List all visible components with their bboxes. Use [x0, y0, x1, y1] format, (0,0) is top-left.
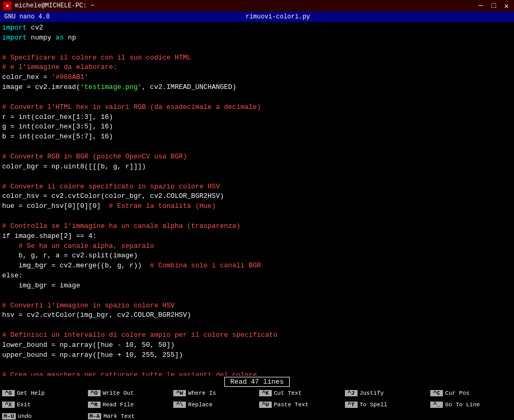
shortcut-key: ^_ [430, 402, 443, 408]
shortcut-item[interactable]: ^CCur Pos [428, 387, 514, 399]
code-line: # Converti l'immagine in spazio colore H… [2, 301, 512, 311]
status-message: Read 47 lines [224, 377, 289, 387]
code-line: hsv = cv2.cvtColor(img_bgr, cv2.COLOR_BG… [2, 311, 512, 321]
code-line: img_bgr = image [2, 281, 512, 291]
shortcut-item[interactable]: ^_Go To Line [428, 399, 514, 411]
shortcut-key: M-A [88, 413, 102, 419]
code-line: # Definisci un intervallo di colore ampi… [2, 331, 512, 341]
code-line: img_bgr = cv2.merge((b, g, r)) # Combina… [2, 261, 512, 271]
code-line: color_hex = '#068AB1' [2, 73, 512, 83]
shortcut-item[interactable]: ^OWrite Out [86, 387, 172, 399]
shortcut-item[interactable]: ^RRead File [86, 399, 172, 411]
code-line: image = cv2.imread('testimage.png', cv2.… [2, 83, 512, 93]
code-line: color_bgr = np.uint8([[[b, g, r]]]) [2, 162, 512, 172]
code-line [2, 43, 512, 53]
code-line: b, g, r, a = cv2.split(image) [2, 251, 512, 261]
code-line [2, 93, 512, 103]
code-line: color_hsv = cv2.cvtColor(color_bgr, cv2.… [2, 192, 512, 202]
shortcut-item[interactable]: ^XExit [0, 399, 86, 411]
shortcut-label: Get Help [17, 390, 45, 396]
shortcut-label: Where Is [188, 390, 216, 396]
code-line: g = int(color_hex[3:5], 16) [2, 122, 512, 132]
editor-area[interactable]: import cv2import numpy as np# Specificar… [0, 22, 514, 376]
code-line: else: [2, 271, 512, 281]
shortcut-item[interactable]: ^TTo Spell [343, 399, 429, 411]
shortcut-key: ^T [345, 402, 358, 408]
code-line: import numpy as np [2, 33, 512, 43]
code-line: # e l'immagine da elaborare: [2, 63, 512, 73]
code-line: upper_bound = np.array([hue + 10, 255, 2… [2, 351, 512, 361]
code-line [2, 172, 512, 182]
code-line: lower_bound = np.array([hue - 10, 50, 50… [2, 341, 512, 351]
shortcut-column-4: ^JJustify^TTo Spell [343, 387, 429, 411]
shortcut-item[interactable]: ^KCut Text [257, 387, 343, 399]
shortcut-key: ^G [2, 390, 15, 396]
code-line: # Converte il colore specificato in spaz… [2, 182, 512, 192]
code-line: # Crea una maschera per catturare tutte … [2, 371, 512, 376]
shortcut-label: Undo [18, 413, 32, 419]
shortcut-key: ^J [345, 390, 358, 396]
shortcut-label: Justify [360, 390, 384, 396]
shortcut-label: Exit [17, 402, 31, 408]
shortcut-item[interactable]: ^JJustify [343, 387, 429, 399]
shortcut-label: Replace [188, 402, 212, 408]
nano-bar: GNU nano 4.8 rimuovi-colori.py [0, 12, 514, 22]
code-line [2, 212, 512, 222]
nano-version: GNU nano 4.8 [4, 13, 50, 21]
shortcut-item[interactable]: ^GGet Help [0, 387, 86, 399]
shortcut-label: To Spell [360, 402, 388, 408]
code-line: r = int(color_hex[1:3], 16) [2, 113, 512, 123]
shortcut-key: ^K [259, 390, 272, 396]
shortcut-column-1: ^OWrite Out^RRead File [86, 387, 172, 411]
shortcut-column-5: ^CCur Pos^_Go To Line [428, 387, 514, 411]
titlebar-title: michele@MICHELE-PC: ~ [15, 2, 94, 9]
minimize-button[interactable]: ─ [477, 2, 485, 11]
shortcut-key: ^W [173, 390, 186, 396]
shortcut-key: ^O [88, 390, 101, 396]
shortcut-column-7: M-AMark TextM-6Copy Text [86, 411, 172, 420]
shortcut-key: ^C [430, 390, 443, 396]
shortcut-item[interactable]: ^\Replace [171, 399, 257, 411]
code-line: b = int(color_hex[5:7], 16) [2, 132, 512, 142]
code-line: # Specificare il colore con il suo codic… [2, 53, 512, 63]
filename: rimuovi-colori.py [245, 13, 310, 21]
shortcut-item[interactable]: M-UUndo [0, 411, 86, 420]
titlebar: ● michele@MICHELE-PC: ~ ─ □ ✕ [0, 0, 514, 12]
shortcut-item[interactable]: M-AMark Text [86, 411, 172, 420]
shortcut-label: Cur Pos [445, 390, 469, 396]
code-line: # Converte RGB in BGR (poiché OpenCV usa… [2, 152, 512, 162]
terminal-icon: ● [3, 2, 12, 10]
shortcut-label: Read File [103, 402, 134, 408]
close-button[interactable]: ✕ [502, 2, 511, 11]
shortcut-label: Cut Text [274, 390, 302, 396]
code-line: if image.shape[2] == 4: [2, 232, 512, 242]
shortcut-column-2: ^WWhere Is^\Replace [171, 387, 257, 411]
status-bar: Read 47 lines [0, 376, 514, 387]
maximize-button[interactable]: □ [489, 2, 498, 11]
titlebar-left: ● michele@MICHELE-PC: ~ [3, 2, 94, 10]
titlebar-controls[interactable]: ─ □ ✕ [477, 2, 511, 11]
shortcut-key: M-U [2, 413, 16, 419]
code-line: import cv2 [2, 23, 512, 33]
code-line: # Controlla se l'immagine ha un canale a… [2, 222, 512, 232]
shortcut-label: Paste Text [274, 402, 309, 408]
code-line [2, 361, 512, 371]
shortcut-key: ^\ [173, 402, 186, 408]
code-line [2, 142, 512, 152]
shortcut-item[interactable]: ^WWhere Is [171, 387, 257, 399]
nano-bar-right [506, 13, 510, 21]
shortcut-label: Go To Line [445, 402, 480, 408]
shortcut-column-6: M-UUndoM-ERedo [0, 411, 86, 420]
code-line: # Converte l'HTML hex in valori RGB (da … [2, 103, 512, 113]
shortcut-key: ^X [2, 402, 15, 408]
code-line [2, 321, 512, 331]
code-line: # Se ha un canale alpha, separalo [2, 242, 512, 252]
code-line: hue = color_hsv[0][0][0] # Estrae la ton… [2, 202, 512, 212]
shortcut-column-3: ^KCut Text^UPaste Text [257, 387, 343, 411]
shortcut-label: Write Out [103, 390, 134, 396]
shortcut-bar: ^GGet Help^XExit^OWrite Out^RRead File^W… [0, 387, 514, 411]
shortcut-key: ^U [259, 402, 272, 408]
code-line [2, 291, 512, 301]
shortcut-item[interactable]: ^UPaste Text [257, 399, 343, 411]
shortcut-label: Mark Text [103, 413, 134, 419]
